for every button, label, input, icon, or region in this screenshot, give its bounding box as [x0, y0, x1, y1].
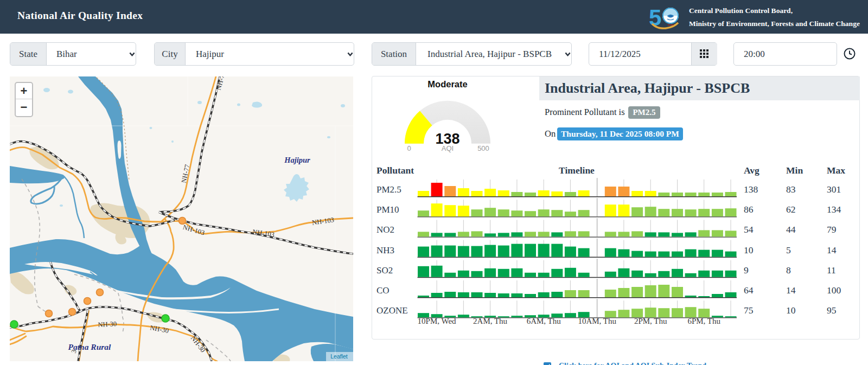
svg-text:2PM, Thu: 2PM, Thu [634, 317, 667, 325]
svg-text:134: 134 [827, 204, 841, 215]
svg-text:6PM, Thu: 6PM, Thu [687, 317, 720, 325]
svg-text:95: 95 [827, 305, 837, 316]
svg-text:301: 301 [827, 184, 841, 195]
svg-text:100: 100 [827, 285, 841, 296]
svg-text:OZONE: OZONE [376, 305, 408, 316]
svg-text:11: 11 [827, 265, 836, 276]
svg-text:10: 10 [744, 245, 754, 255]
svg-text:PM10: PM10 [376, 204, 399, 215]
svg-text:Hajipur: Hajipur [284, 156, 310, 164]
svg-text:Max: Max [827, 165, 845, 176]
svg-text:9: 9 [744, 265, 749, 276]
svg-text:6AM, Thu: 6AM, Thu [527, 317, 561, 325]
svg-text:Timeline: Timeline [559, 165, 595, 176]
svg-text:62: 62 [786, 204, 796, 215]
svg-text:2AM, Thu: 2AM, Thu [473, 317, 508, 325]
svg-text:10AM, Thu: 10AM, Thu [578, 317, 616, 325]
svg-text:10PM, Wed: 10PM, Wed [418, 317, 457, 325]
svg-text:64: 64 [744, 285, 754, 296]
svg-text:8: 8 [786, 265, 791, 276]
svg-text:75: 75 [744, 305, 754, 316]
svg-text:NH-30: NH-30 [98, 320, 117, 329]
svg-text:Pollutant: Pollutant [376, 165, 414, 176]
svg-text:NO2: NO2 [376, 225, 394, 235]
svg-text:14: 14 [786, 285, 796, 296]
svg-text:500: 500 [477, 144, 489, 152]
svg-text:NH3: NH3 [376, 245, 394, 255]
svg-text:54: 54 [744, 224, 754, 235]
svg-text:86: 86 [744, 204, 754, 215]
svg-text:0: 0 [407, 144, 411, 152]
svg-text:AQI: AQI [442, 144, 454, 152]
svg-text:Leaflet: Leaflet [330, 353, 348, 360]
svg-text:Avg: Avg [744, 165, 760, 176]
svg-text:CO: CO [376, 285, 390, 296]
svg-text:Min: Min [786, 165, 803, 176]
svg-text:44: 44 [786, 224, 796, 235]
svg-text:5: 5 [786, 245, 791, 255]
svg-text:138: 138 [744, 184, 758, 195]
svg-text:10: 10 [786, 305, 796, 316]
svg-text:PM2.5: PM2.5 [376, 184, 401, 195]
svg-text:Moderate: Moderate [427, 79, 467, 89]
svg-text:83: 83 [786, 184, 796, 195]
svg-text:79: 79 [827, 224, 837, 235]
svg-text:SO2: SO2 [376, 265, 393, 276]
svg-text:14: 14 [827, 245, 837, 255]
